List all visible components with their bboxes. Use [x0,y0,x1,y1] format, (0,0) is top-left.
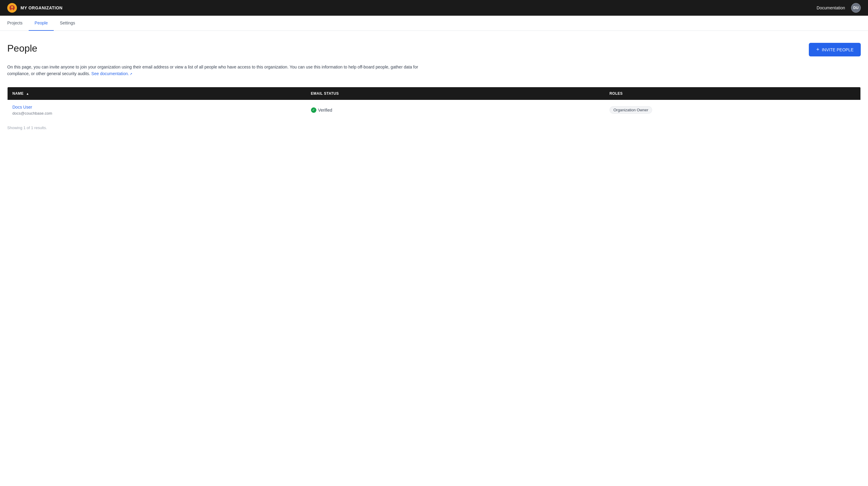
documentation-link[interactable]: Documentation [817,5,845,10]
nav-left: MY ORGANIZATION [7,3,62,13]
avatar[interactable]: DU [851,3,861,13]
user-email: docs@couchbase.com [12,111,52,116]
email-status-cell: ✓ Verified [306,100,605,121]
page-title: People [7,43,37,54]
tab-settings[interactable]: Settings [54,16,81,31]
verified-check-icon: ✓ [311,107,316,113]
verified-label: Verified [318,108,332,112]
org-logo[interactable] [7,3,17,13]
role-badge: Organization Owner [610,106,652,114]
secondary-navigation: Projects People Settings [0,16,868,31]
people-table: NAME ▲ EMAIL STATUS ROLES Docs User docs… [7,87,861,121]
column-header-email-status: EMAIL STATUS [306,87,605,100]
top-navigation: MY ORGANIZATION Documentation DU [0,0,868,16]
documentation-link[interactable]: See documentation.↗ [91,71,132,76]
user-name-cell: Docs User docs@couchbase.com [7,100,306,121]
main-content: People + INVITE PEOPLE On this page, you… [0,31,868,142]
column-header-name[interactable]: NAME ▲ [7,87,306,100]
table-body: Docs User docs@couchbase.com ✓ Verified … [7,100,861,121]
roles-cell: Organization Owner [605,100,861,121]
tab-projects[interactable]: Projects [7,16,29,31]
table-header: NAME ▲ EMAIL STATUS ROLES [7,87,861,100]
email-status-display: ✓ Verified [311,107,600,113]
column-header-roles: ROLES [605,87,861,100]
table-row: Docs User docs@couchbase.com ✓ Verified … [7,100,861,121]
results-text: Showing 1 of 1 results. [7,126,861,130]
plus-icon: + [816,46,819,53]
sort-asc-icon: ▲ [26,92,29,95]
page-header: People + INVITE PEOPLE [7,43,861,56]
invite-people-button[interactable]: + INVITE PEOPLE [809,43,861,56]
nav-right: Documentation DU [817,3,861,13]
external-link-icon: ↗ [129,72,132,76]
invite-button-label: INVITE PEOPLE [822,47,854,52]
tab-people[interactable]: People [29,16,54,31]
svg-point-1 [11,6,13,8]
page-description: On this page, you can invite anyone to j… [7,64,430,77]
org-name-label: MY ORGANIZATION [21,5,62,10]
user-name-link[interactable]: Docs User [12,105,301,109]
